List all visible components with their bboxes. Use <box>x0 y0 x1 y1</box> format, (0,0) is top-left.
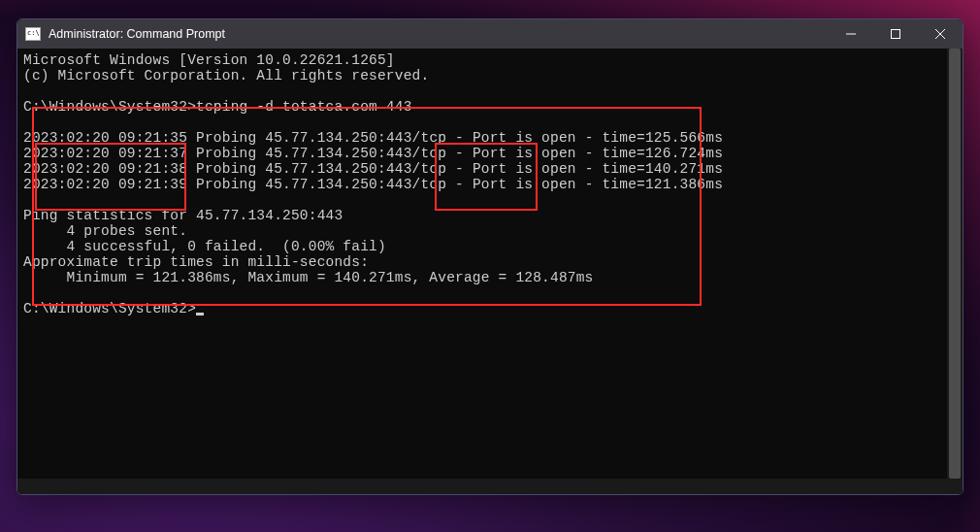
probe-target: Probing 45.77.134.250:443/tcp - <box>196 130 464 146</box>
probe-ts: 2023:02:20 09:21:39 <box>23 177 187 192</box>
cmd-icon <box>25 27 41 41</box>
vertical-scrollbar[interactable] <box>947 49 963 479</box>
probe-status: Port is open <box>473 161 576 177</box>
titlebar[interactable]: Administrator: Command Prompt <box>17 19 963 49</box>
close-button[interactable] <box>918 19 963 49</box>
stats-times: Minimum = 121.386ms, Maximum = 140.271ms… <box>23 270 957 285</box>
horizontal-scrollbar[interactable] <box>17 479 963 494</box>
probe-time: - time=121.386ms <box>585 177 723 192</box>
probe-line: 2023:02:20 09:21:39 Probing 45.77.134.25… <box>23 177 957 192</box>
blank-line <box>23 115 957 130</box>
probe-line: 2023:02:20 09:21:38 Probing 45.77.134.25… <box>23 161 957 177</box>
maximize-button[interactable] <box>873 19 918 49</box>
prompt-line: C:\Windows\System32>tcping -d totatca.co… <box>23 99 957 115</box>
probe-status: Port is open <box>473 177 576 192</box>
close-icon <box>935 29 945 39</box>
probe-time: - time=126.724ms <box>585 146 723 161</box>
stats-sent: 4 probes sent. <box>23 223 957 239</box>
cmd-window: Administrator: Command Prompt Microsoft … <box>16 18 964 495</box>
scrollbar-thumb[interactable] <box>949 49 961 479</box>
blank-line <box>23 192 957 208</box>
prompt-path: C:\Windows\System32> <box>23 301 196 316</box>
probe-time: - time=140.271ms <box>585 161 723 177</box>
probe-ts: 2023:02:20 09:21:35 <box>23 130 187 146</box>
probe-status: Port is open <box>473 130 576 146</box>
window-controls <box>829 19 963 49</box>
blank-line <box>23 83 957 99</box>
probe-target: Probing 45.77.134.250:443/tcp - <box>196 161 464 177</box>
probe-ts: 2023:02:20 09:21:37 <box>23 146 187 161</box>
probe-time: - time=125.566ms <box>585 130 723 146</box>
prompt-line: C:\Windows\System32> <box>23 301 957 316</box>
svg-rect-1 <box>892 30 900 39</box>
probe-status: Port is open <box>473 146 576 161</box>
minimize-icon <box>846 29 856 39</box>
minimize-button[interactable] <box>829 19 873 49</box>
terminal-content[interactable]: Microsoft Windows [Version 10.0.22621.12… <box>17 49 963 494</box>
stats-result: 4 successful, 0 failed. (0.00% fail) <box>23 239 957 254</box>
probe-target: Probing 45.77.134.250:443/tcp - <box>196 146 464 161</box>
probe-target: Probing 45.77.134.250:443/tcp - <box>196 177 464 192</box>
banner-line: Microsoft Windows [Version 10.0.22621.12… <box>23 52 957 68</box>
cursor <box>196 313 204 316</box>
prompt-command: tcping -d totatca.com 443 <box>196 99 412 115</box>
probe-line: 2023:02:20 09:21:35 Probing 45.77.134.25… <box>23 130 957 146</box>
maximize-icon <box>891 29 900 39</box>
window-title: Administrator: Command Prompt <box>49 27 225 41</box>
probe-line: 2023:02:20 09:21:37 Probing 45.77.134.25… <box>23 146 957 161</box>
stats-approx: Approximate trip times in milli-seconds: <box>23 254 957 270</box>
prompt-path: C:\Windows\System32> <box>23 99 196 115</box>
stats-header: Ping statistics for 45.77.134.250:443 <box>23 208 957 223</box>
blank-line <box>23 285 957 301</box>
probe-ts: 2023:02:20 09:21:38 <box>23 161 187 177</box>
banner-line: (c) Microsoft Corporation. All rights re… <box>23 68 957 83</box>
